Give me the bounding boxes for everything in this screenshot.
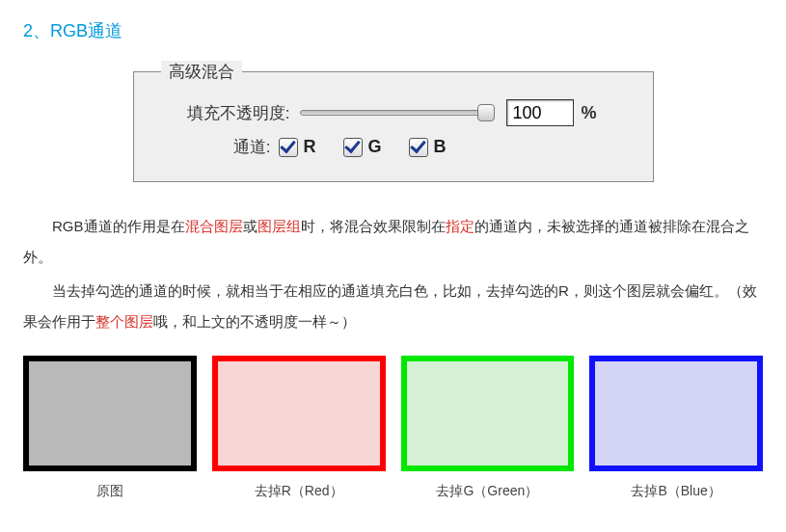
checkbox-icon [279,138,298,157]
fill-opacity-label: 填充不透明度: [155,102,290,124]
slider-track [300,110,493,116]
fill-opacity-input[interactable] [506,99,574,126]
swatch-original [23,356,197,471]
paragraph-2: 当去掉勾选的通道的时候，就相当于在相应的通道填充白色，比如，去掉勾选的R，则这个… [23,276,763,336]
highlight: 图层组 [257,218,301,234]
checkbox-icon [409,138,428,157]
channel-g-checkbox[interactable]: G [343,137,382,157]
fill-opacity-row: 填充不透明度: % [155,99,632,126]
paragraph-1: RGB通道的作用是在混合图层或图层组时，将混合效果限制在指定的通道内，未被选择的… [23,211,763,272]
percent-label: % [582,103,597,123]
swatch-row: 原图 去掉R（Red） 去掉G（Green） 去掉B（Blue） [23,356,763,500]
swatch-item: 去掉G（Green） [401,356,575,500]
swatch-label: 去掉B（Blue） [589,483,763,500]
swatch-item: 原图 [23,356,197,500]
swatch-label: 去掉R（Red） [212,483,386,500]
swatch-no-g [401,356,575,471]
highlight: 指定 [446,218,474,234]
channel-r-label: R [304,137,316,157]
swatch-label: 去掉G（Green） [401,483,575,500]
highlight: 混合图层 [185,218,243,234]
slider-thumb[interactable] [477,104,495,121]
swatch-item: 去掉R（Red） [212,356,386,500]
highlight: 整个图层 [95,313,153,330]
swatch-no-b [589,356,763,471]
panel-container: 高级混合 填充不透明度: % 通道: R G B [23,71,763,182]
checkbox-icon [343,138,363,157]
channel-b-checkbox[interactable]: B [409,137,447,157]
channel-g-label: G [368,137,382,157]
fill-opacity-slider[interactable] [300,104,493,121]
channel-b-label: B [434,137,447,157]
panel-legend: 高级混合 [161,61,242,83]
channel-label: 通道: [155,136,271,158]
advanced-blend-panel: 高级混合 填充不透明度: % 通道: R G B [133,71,654,182]
swatch-item: 去掉B（Blue） [589,356,763,500]
channel-r-checkbox[interactable]: R [279,137,316,157]
section-title: 2、RGB通道 [23,19,763,42]
channel-row: 通道: R G B [155,136,632,158]
swatch-label: 原图 [23,483,197,500]
swatch-no-r [212,356,386,471]
